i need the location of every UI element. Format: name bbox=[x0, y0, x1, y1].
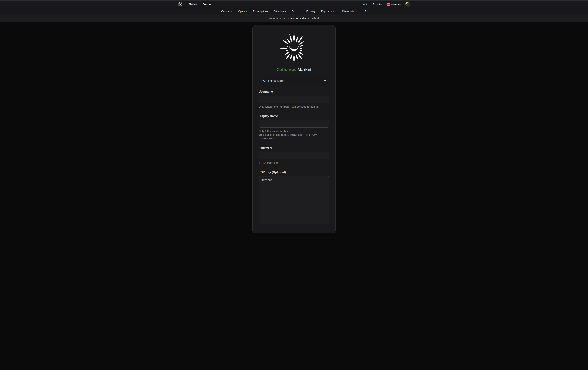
pgp-key-label: PGP Key (Optional) bbox=[259, 171, 329, 174]
display-name-helper-line2: Your public profile name, MUST DIFFER FR… bbox=[259, 133, 329, 140]
nav-link-forum[interactable]: Forum bbox=[203, 0, 211, 8]
username-label: Username bbox=[259, 90, 329, 94]
pgp-key-field-group: PGP Key (Optional) bbox=[259, 171, 329, 225]
category-cannabis[interactable]: Cannabis bbox=[221, 10, 232, 13]
login-link[interactable]: Login bbox=[362, 0, 368, 8]
starburst-logo-icon bbox=[177, 2, 183, 7]
title-suffix: Market bbox=[297, 67, 312, 72]
title-brand: Catharsis bbox=[276, 67, 296, 72]
currency-selector[interactable]: EUR (€) bbox=[387, 3, 401, 6]
display-name-field-group: Display Name Only letters and numbers. Y… bbox=[259, 115, 329, 140]
banner-message: Clearnet address: cath.si bbox=[288, 17, 319, 20]
category-ecstasy[interactable]: Ecstasy bbox=[306, 10, 315, 13]
brand-logo[interactable] bbox=[177, 2, 183, 7]
mirror-select-value: PGP Signed Mirror bbox=[261, 79, 323, 82]
chevron-down-icon bbox=[323, 79, 327, 82]
main-navbar: Market Forum Login Register EUR (€) bbox=[0, 0, 588, 8]
display-name-input[interactable] bbox=[259, 120, 329, 127]
nav-link-market[interactable]: Market bbox=[189, 0, 197, 8]
uk-flag-icon bbox=[387, 3, 390, 6]
display-name-label: Display Name bbox=[259, 115, 329, 118]
password-input[interactable] bbox=[259, 152, 329, 159]
theme-toggle-button[interactable] bbox=[405, 2, 411, 7]
mirror-select[interactable]: PGP Signed Mirror bbox=[259, 77, 329, 84]
password-label: Password bbox=[259, 146, 329, 149]
category-opiates[interactable]: Opiates bbox=[238, 10, 247, 13]
username-field-group: Username Only letters and numbers - will… bbox=[259, 90, 329, 109]
display-name-helper-line1: Only letters and numbers. bbox=[259, 129, 329, 133]
category-stimulants[interactable]: Stimulants bbox=[274, 10, 286, 13]
pgp-key-textarea[interactable] bbox=[259, 176, 329, 224]
register-card: Catharsis Market PGP Signed Mirror Usern… bbox=[252, 25, 336, 233]
moon-icon bbox=[405, 2, 411, 7]
password-field-group: Password 8 - 32 characters bbox=[259, 146, 329, 165]
password-helper: 8 - 32 characters bbox=[259, 161, 329, 165]
search-icon bbox=[363, 10, 367, 13]
banner-label: IMPORTANT: bbox=[269, 17, 286, 20]
page-title: Catharsis Market bbox=[259, 67, 329, 72]
category-prescriptions[interactable]: Prescriptions bbox=[253, 10, 268, 13]
display-name-helper: Only letters and numbers. Your public pr… bbox=[259, 129, 329, 140]
important-banner: IMPORTANT: Clearnet address: cath.si bbox=[0, 14, 588, 22]
search-button[interactable] bbox=[363, 10, 367, 13]
register-link[interactable]: Register bbox=[373, 0, 382, 8]
category-psychedelics[interactable]: Psychedelics bbox=[321, 10, 336, 13]
category-nav: Cannabis Opiates Prescriptions Stimulant… bbox=[0, 8, 588, 14]
category-dissociatives[interactable]: Dissociatives bbox=[342, 10, 357, 13]
currency-label: EUR (€) bbox=[391, 3, 401, 6]
username-helper: Only letters and numbers - will be used … bbox=[259, 105, 329, 109]
username-input[interactable] bbox=[259, 96, 329, 103]
primary-nav: Market Forum bbox=[189, 0, 211, 8]
category-benzos[interactable]: Benzos bbox=[292, 10, 300, 13]
catharsis-starburst-logo bbox=[259, 32, 329, 65]
